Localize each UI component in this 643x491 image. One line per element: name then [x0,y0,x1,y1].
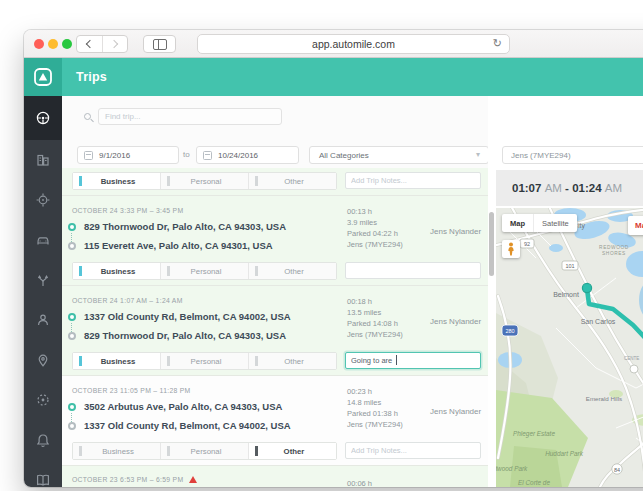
trip-note-input[interactable] [345,442,481,459]
tab-business[interactable]: Business [73,263,160,279]
interstate-shield-280: 280 [502,325,518,336]
tab-personal[interactable]: Personal [160,443,248,459]
tab-personal[interactable]: Personal [160,173,248,189]
trip-start-address: 3502 Arbutus Ave, Palo Alto, CA 94303, U… [84,401,282,412]
route-connector [71,323,72,332]
tab-business[interactable]: Business [73,443,160,459]
sidebar-item-drivers[interactable] [24,300,62,340]
tab-business[interactable]: Business [73,173,160,189]
highway-shield-101: 101 [562,261,578,270]
tab-other[interactable]: Other [248,263,336,279]
tab-personal[interactable]: Personal [160,353,248,369]
tab-other[interactable]: Other [248,173,336,189]
sidebar-item-locate[interactable] [24,180,62,220]
satellite-button[interactable]: Satellite [533,214,577,232]
list-scrollbar-thumb[interactable] [489,212,494,276]
markers-button[interactable]: Mark [628,216,643,235]
sidebar-toggle-button[interactable] [143,35,176,53]
trip-end-icon [68,242,76,250]
filter-row: 9/1/2016 to 10/24/2016 All Categories ▾ [62,146,488,164]
traffic-light-close[interactable] [34,39,44,49]
trip-end-time: 01:24 [572,182,601,194]
pegman-icon [505,242,517,256]
sidebar-item-dashboard[interactable] [24,140,62,180]
highway-shield-92: 92 [520,239,534,248]
map-canvas[interactable]: Map Satellite Mark [496,208,643,487]
forward-button[interactable] [102,36,128,52]
trip-note-input[interactable] [345,172,481,189]
traffic-light-minimize[interactable] [48,39,58,49]
trip-card-partial-bottom[interactable]: OCTOBER 23 6:53 PM – 6:59 PM 00:06 h [62,466,488,487]
trip-card[interactable]: OCTOBER 24 3:33 PM – 3:45 PM 829 Thornwo… [62,196,488,286]
sidebar-item-routes[interactable] [24,260,62,300]
url-field[interactable]: app.automile.com ↻ [197,34,510,54]
reload-icon[interactable]: ↻ [493,37,502,50]
trip-note-input[interactable] [345,262,481,279]
route-start-marker[interactable] [582,283,591,292]
sidebar-item-trips[interactable] [24,96,62,140]
trip-start-address: 1337 Old County Rd, Belmont, CA 94002, U… [84,311,291,322]
tab-other[interactable]: Other [248,353,336,369]
notifications-bell-icon [35,432,51,448]
category-select-value: All Categories [319,151,369,160]
trip-driver: Jens Nylander [430,227,481,236]
text-caret [396,355,397,365]
nav-buttons [76,35,128,53]
trip-card[interactable]: OCTOBER 23 11:05 PM – 11:28 PM 3502 Arbu… [62,376,488,466]
svg-text:84: 84 [614,467,620,473]
tab-other[interactable]: Other [248,443,336,459]
sidebar-item-live-position[interactable] [24,380,62,420]
trip-start-icon [68,313,76,321]
live-beacon-icon [35,392,51,408]
automile-logo-icon [33,67,53,87]
sidebar-item-vehicles[interactable] [24,220,62,260]
trip-card-partial-top[interactable]: Business Personal Other [62,168,488,196]
trip-date: OCTOBER 23 6:53 PM – 6:59 PM [72,476,197,483]
date-to-value: 10/24/2016 [218,151,258,160]
list-scroll-area [488,96,496,487]
sidebar-item-notifications[interactable] [24,420,62,460]
map-label-redwood-park: edwood Park [496,465,528,472]
sidebar-item-places[interactable] [24,340,62,380]
date-to-input[interactable]: 10/24/2016 [196,146,299,164]
trip-stats: 00:06 h [347,478,372,487]
category-select[interactable]: All Categories ▾ [309,146,489,164]
route-connector [71,413,72,422]
map-button[interactable]: Map [502,214,533,232]
traffic-light-zoom[interactable] [62,39,72,49]
search-input[interactable] [98,108,282,125]
sidebar-toggle-icon [153,39,167,50]
route-fork-icon [35,272,51,288]
sidebar-item-reports[interactable] [24,460,62,487]
trip-end-address: 115 Everett Ave, Palo Alto, CA 94301, US… [84,240,273,251]
date-from-input[interactable]: 9/1/2016 [77,146,179,164]
trip-start-address: 829 Thornwood Dr, Palo Alto, CA 94303, U… [84,221,286,232]
tab-business[interactable]: Business [73,353,160,369]
search-icon [84,113,91,120]
map-panel: 01:07 AM - 01:24 AM Map Satellite Mark [496,96,643,487]
trip-card-selected[interactable]: OCTOBER 24 1:07 AM – 1:24 AM 1337 Old Co… [62,286,488,376]
app-header: Trips [24,58,643,96]
svg-text:280: 280 [505,328,514,334]
url-text: app.automile.com [312,38,395,50]
automile-logo[interactable] [24,58,62,96]
chevron-down-icon: ▾ [476,150,480,159]
trip-stats: 00:23 h 14.8 miles Parked 01:38 h Jens (… [347,386,403,430]
trip-note-input-focused[interactable] [345,352,481,369]
pegman-button[interactable] [502,240,520,258]
trip-duration: 00:06 h [347,478,372,487]
trip-start-time: 01:07 [512,182,541,194]
vehicle-select[interactable] [502,146,643,164]
trip-distance: 3.9 miles [347,217,403,228]
map-time-header: 01:07 AM - 01:24 AM [496,170,643,206]
calendar-icon [84,151,93,160]
back-button[interactable] [77,36,102,52]
trip-parked: Parked 04:22 h [347,228,403,239]
tab-personal[interactable]: Personal [160,263,248,279]
trip-start-icon [68,223,76,231]
category-tabs: Business Personal Other [72,442,337,460]
trip-vehicle: Jens (7MYE294) [347,329,403,340]
trip-distance: 13.5 miles [347,307,403,318]
trip-vehicle: Jens (7MYE294) [347,239,403,250]
map-label-huddart-park: Huddart Park [545,450,583,457]
